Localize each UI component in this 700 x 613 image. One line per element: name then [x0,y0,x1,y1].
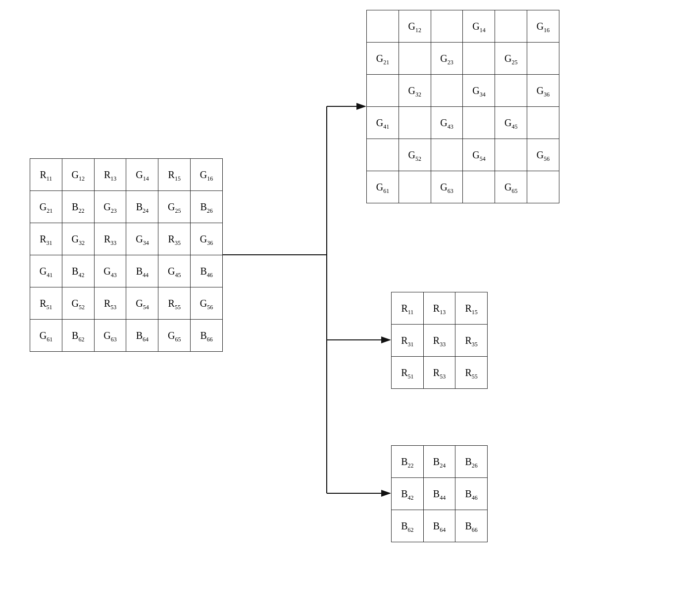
blue-b64: B64 [423,510,455,542]
table-row: G61 B62 G63 B64 G65 B66 [30,320,223,352]
cell-r31: R31 [30,223,62,255]
cell-r15: R15 [158,159,191,191]
red-r51: R51 [392,357,424,389]
table-row: R31 G32 R33 G34 R35 G36 [30,223,223,255]
table-row: G21 G23 G25 [367,43,559,75]
cell-r53: R53 [94,287,126,320]
cell-g45: G45 [158,255,191,287]
red-r33: R33 [423,325,455,357]
cell-b44: B44 [126,255,158,287]
cell-b24: B24 [126,191,158,223]
table-row: G32 G34 G36 [367,75,559,107]
red-r35: R35 [455,325,488,357]
green-empty [367,139,399,171]
green-empty [367,10,399,43]
cell-g25: G25 [158,191,191,223]
green-g36: G36 [527,75,559,107]
red-r15: R15 [455,292,488,325]
cell-g61: G61 [30,320,62,352]
cell-b66: B66 [191,320,223,352]
green-g23: G23 [431,43,463,75]
main-container: R11 G12 R13 G14 R15 G16 G21 B22 G23 B24 … [0,0,700,613]
cell-g23: G23 [94,191,126,223]
table-row: R51 R53 R55 [392,357,488,389]
green-empty [527,43,559,75]
green-g61: G61 [367,171,399,203]
green-empty [463,43,495,75]
table-row: B62 B64 B66 [392,510,488,542]
cell-g63: G63 [94,320,126,352]
cell-g14: G14 [126,159,158,191]
green-g45: G45 [495,107,527,139]
cell-g54: G54 [126,287,158,320]
cell-g16: G16 [191,159,223,191]
green-empty [367,75,399,107]
table-row: R51 G52 R53 G54 R55 G56 [30,287,223,320]
green-g14: G14 [463,10,495,43]
red-r13: R13 [423,292,455,325]
table-row: B22 B24 B26 [392,446,488,478]
cell-b46: B46 [191,255,223,287]
green-empty [527,107,559,139]
cell-g12: G12 [62,159,94,191]
table-row: B42 B44 B46 [392,478,488,510]
green-g16: G16 [527,10,559,43]
cell-g21: G21 [30,191,62,223]
blue-b26: B26 [455,446,488,478]
table-row: G41 G43 G45 [367,107,559,139]
table-row: R11 R13 R15 [392,292,488,325]
green-empty [431,139,463,171]
green-g41: G41 [367,107,399,139]
green-g43: G43 [431,107,463,139]
cell-g34: G34 [126,223,158,255]
cell-b42: B42 [62,255,94,287]
red-r53: R53 [423,357,455,389]
green-g63: G63 [431,171,463,203]
green-empty [399,171,431,203]
green-g12: G12 [399,10,431,43]
blue-b22: B22 [392,446,424,478]
blue-b42: B42 [392,478,424,510]
green-g56: G56 [527,139,559,171]
table-row: R11 G12 R13 G14 R15 G16 [30,159,223,191]
cell-g56: G56 [191,287,223,320]
blue-b62: B62 [392,510,424,542]
cell-r35: R35 [158,223,191,255]
green-g34: G34 [463,75,495,107]
green-empty [495,75,527,107]
green-empty [527,171,559,203]
cell-r55: R55 [158,287,191,320]
table-row: R31 R33 R35 [392,325,488,357]
cell-b64: B64 [126,320,158,352]
red-r31: R31 [392,325,424,357]
blue-channel-grid: B22 B24 B26 B42 B44 B46 B62 B64 B66 [391,445,488,542]
table-row: G41 B42 G43 B44 G45 B46 [30,255,223,287]
green-empty [431,10,463,43]
cell-r51: R51 [30,287,62,320]
green-empty [463,171,495,203]
cell-g36: G36 [191,223,223,255]
green-g21: G21 [367,43,399,75]
cell-g65: G65 [158,320,191,352]
cell-g32: G32 [62,223,94,255]
green-empty [495,10,527,43]
green-empty [431,75,463,107]
green-g65: G65 [495,171,527,203]
green-g54: G54 [463,139,495,171]
cell-r13: R13 [94,159,126,191]
cell-r33: R33 [94,223,126,255]
green-empty [399,43,431,75]
green-empty [399,107,431,139]
green-empty [495,139,527,171]
cell-b26: B26 [191,191,223,223]
red-r55: R55 [455,357,488,389]
cell-r11: R11 [30,159,62,191]
main-grid: R11 G12 R13 G14 R15 G16 G21 B22 G23 B24 … [30,158,223,352]
cell-g43: G43 [94,255,126,287]
table-row: G12 G14 G16 [367,10,559,43]
blue-b46: B46 [455,478,488,510]
green-g52: G52 [399,139,431,171]
table-row: G21 B22 G23 B24 G25 B26 [30,191,223,223]
blue-b66: B66 [455,510,488,542]
blue-b24: B24 [423,446,455,478]
